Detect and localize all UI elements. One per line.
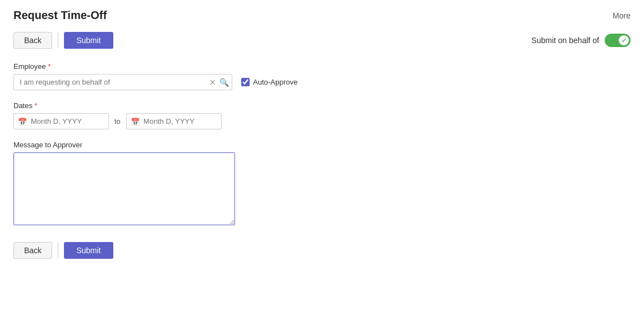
date-to-input[interactable]: [126, 113, 222, 129]
bottom-toolbar-divider: [58, 243, 58, 258]
more-link[interactable]: More: [613, 11, 631, 20]
submit-button-top[interactable]: Submit: [64, 32, 113, 49]
search-icon[interactable]: 🔍: [219, 78, 229, 87]
employee-required-star: *: [46, 62, 51, 71]
message-textarea[interactable]: [13, 152, 235, 225]
dates-to-label: to: [114, 117, 121, 125]
dates-required-star: *: [33, 101, 38, 110]
calendar-to-icon: 📅: [131, 117, 140, 125]
clear-icon[interactable]: ✕: [209, 78, 216, 86]
back-button-top[interactable]: Back: [13, 32, 52, 49]
auto-approve-checkbox[interactable]: [241, 78, 250, 86]
auto-approve-label[interactable]: Auto-Approve: [253, 78, 298, 86]
dates-label: Dates *: [13, 101, 631, 110]
calendar-from-icon: 📅: [18, 117, 27, 125]
page-title: Request Time-Off: [13, 9, 107, 22]
employee-label: Employee *: [13, 62, 631, 71]
submit-button-bottom[interactable]: Submit: [64, 242, 113, 259]
submit-on-behalf-label: Submit on behalf of: [531, 36, 599, 45]
toggle-track[interactable]: ✓: [605, 34, 631, 47]
employee-input[interactable]: [13, 74, 232, 90]
date-from-input[interactable]: [13, 113, 109, 129]
toggle-check-icon: ✓: [622, 37, 627, 44]
submit-on-behalf-toggle[interactable]: ✓: [605, 34, 631, 47]
back-button-bottom[interactable]: Back: [13, 242, 52, 259]
message-label: Message to Approver: [13, 141, 631, 149]
toolbar-divider: [58, 32, 58, 48]
toggle-thumb: ✓: [619, 35, 629, 45]
